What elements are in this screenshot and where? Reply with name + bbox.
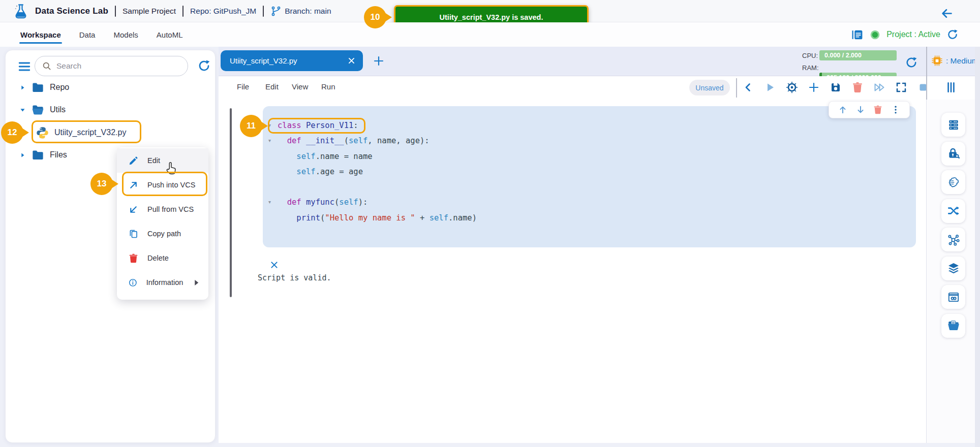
file-tab-label: Utiity_script_V32.py — [230, 56, 297, 65]
menu-view[interactable]: View — [292, 82, 308, 91]
refresh-icon[interactable] — [197, 59, 211, 73]
divider — [182, 6, 183, 17]
code-text: def myfunc(self): — [278, 195, 368, 210]
tab-close-icon[interactable] — [347, 56, 356, 65]
branch-label: Branch: main — [285, 7, 331, 16]
open-file-tab[interactable]: Utiity_script_V32.py — [221, 50, 363, 71]
python-file-icon — [36, 126, 49, 140]
trash-icon — [128, 253, 139, 264]
close-validation-icon[interactable] — [269, 260, 279, 270]
context-menu: Edit Push into VCS Pull from VCS Copy pa… — [117, 147, 208, 300]
lock-key-icon — [947, 147, 960, 160]
divider — [115, 6, 116, 17]
menu-item-edit[interactable]: Edit — [117, 148, 208, 173]
cpu-usage-pill: 0.000 / 2.000 — [819, 50, 897, 60]
search-input[interactable] — [35, 56, 188, 76]
chevron-left-icon[interactable] — [742, 81, 754, 93]
code-text: class Person_V11: — [278, 118, 358, 133]
code-line[interactable]: ▾class Person_V11: — [263, 118, 916, 133]
cell-focus-bar — [230, 108, 232, 297]
tree-item-utils[interactable]: Utils — [15, 99, 203, 121]
folder-files-icon — [947, 319, 960, 332]
notes-icon[interactable] — [851, 28, 864, 41]
ai-brain-icon — [947, 176, 960, 189]
folder-icon — [31, 148, 45, 162]
data-server-icon — [947, 118, 960, 132]
menu-file[interactable]: File — [237, 82, 249, 91]
caret-right-icon[interactable] — [19, 152, 26, 158]
search-icon — [42, 61, 52, 71]
window-loop-icon — [947, 291, 960, 304]
fullscreen-icon[interactable] — [895, 81, 907, 93]
menu-item-delete[interactable]: Delete — [117, 246, 208, 270]
fold-marker-icon[interactable]: ▾ — [268, 195, 271, 210]
trash-salmon-icon[interactable] — [873, 105, 883, 115]
validation-message: Script is valid. — [258, 273, 331, 282]
tab-data[interactable]: Data — [79, 30, 96, 39]
target-icon[interactable] — [786, 81, 798, 93]
menu-item-label: Information — [146, 278, 183, 286]
search-box — [35, 56, 188, 76]
data-server-button[interactable] — [941, 113, 965, 137]
ram-label: RAM: — [802, 64, 819, 72]
window-loop-button[interactable] — [941, 285, 965, 309]
branch-group: Branch: main — [270, 6, 331, 17]
refresh-icon[interactable] — [946, 28, 959, 41]
fold-marker-icon[interactable]: ▾ — [268, 118, 271, 133]
code-line[interactable]: print("Hello my name is " + self.name) — [263, 210, 916, 226]
editor-toolbar-icons — [742, 81, 929, 93]
compute-tier[interactable]: : Medium — [931, 55, 978, 67]
ai-brain-button[interactable] — [941, 170, 965, 194]
menu-item-push-into-vcs[interactable]: Push into VCS — [117, 173, 208, 197]
arrow-down-left-icon — [128, 204, 139, 215]
status-cluster: Project : Active — [851, 22, 959, 47]
code-line[interactable]: self.name = name — [263, 149, 916, 164]
run-all-icon[interactable] — [873, 81, 885, 93]
lock-key-button[interactable] — [941, 142, 965, 166]
new-tab-plus-icon[interactable] — [373, 55, 385, 67]
layers-button[interactable] — [941, 257, 965, 280]
code-cell[interactable]: ▾class Person_V11:▾ def __init__(self, n… — [263, 106, 916, 247]
menu-run[interactable]: Run — [321, 82, 335, 91]
code-line[interactable]: self.age = age — [263, 164, 916, 179]
stop-icon[interactable] — [917, 81, 929, 93]
menu-edit[interactable]: Edit — [265, 82, 279, 91]
play-icon[interactable] — [764, 81, 776, 93]
rail-edge — [975, 47, 980, 447]
tab-workspace[interactable]: Workspace — [20, 30, 61, 39]
trash-salmon-icon[interactable] — [851, 81, 864, 93]
tree-item-python-file[interactable]: Utiity_script_V32.py — [15, 121, 203, 144]
code-line[interactable]: ▾ def __init__(self, name, age): — [263, 133, 916, 148]
menu-item-information[interactable]: Information — [117, 270, 208, 295]
rail-icon-buttons — [941, 113, 965, 338]
plus-icon[interactable] — [808, 81, 820, 93]
menu-item-label: Pull from VCS — [147, 205, 194, 213]
caret-down-icon[interactable] — [19, 107, 26, 113]
menu-icon[interactable] — [17, 60, 32, 73]
save-icon[interactable] — [830, 81, 842, 93]
kebab-icon[interactable] — [891, 105, 901, 115]
save-state-badge: Unsaved — [689, 80, 730, 95]
tree-item-repo[interactable]: Repo — [15, 76, 203, 99]
menu-item-label: Copy path — [147, 230, 181, 238]
tab-models[interactable]: Models — [113, 30, 138, 39]
menu-item-pull-from-vcs[interactable]: Pull from VCS — [117, 197, 208, 221]
code-line[interactable] — [263, 179, 916, 195]
repo-label: Repo: GitPush_JM — [190, 7, 256, 16]
code-line[interactable]: ▾ def myfunc(self): — [263, 195, 916, 210]
folder-files-button[interactable] — [941, 314, 965, 338]
arrow-up-icon[interactable] — [838, 105, 848, 115]
shuffle-button[interactable] — [941, 199, 965, 223]
tab-automl[interactable]: AutoML — [157, 30, 183, 39]
menu-item-copy-path[interactable]: Copy path — [117, 221, 208, 246]
code-text: print("Hello my name is " + self.name) — [278, 210, 477, 226]
columns-panel-icon[interactable] — [944, 81, 958, 94]
app-title: Data Science Lab — [35, 6, 108, 16]
back-arrow-icon[interactable] — [940, 7, 954, 20]
refresh-icon[interactable] — [905, 56, 918, 69]
arrow-down-icon[interactable] — [855, 105, 866, 115]
network-nodes-icon — [947, 233, 960, 246]
fold-marker-icon[interactable]: ▾ — [268, 133, 271, 148]
caret-right-icon[interactable] — [19, 84, 26, 91]
network-nodes-button[interactable] — [941, 228, 965, 251]
